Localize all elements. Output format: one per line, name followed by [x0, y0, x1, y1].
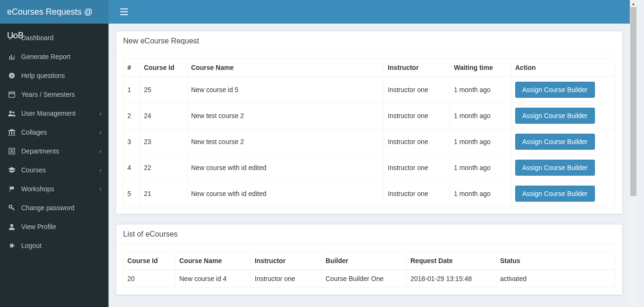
table-row: 521New course with id editedInstructor o…: [124, 181, 615, 207]
cell-waiting: 1 month ago: [450, 181, 511, 207]
cell-instructor: Instructor one: [384, 155, 450, 181]
col-request-date: Request Date: [407, 252, 496, 270]
institution-icon: [7, 129, 17, 136]
cell-id: 23: [140, 129, 187, 155]
cell-action: Assign Course Builder: [511, 155, 615, 181]
cell-name: New course id 5: [187, 77, 384, 103]
cell-waiting: 1 month ago: [450, 129, 511, 155]
cell-builder: Course Builder One: [322, 270, 407, 288]
cell-id: 22: [140, 155, 187, 181]
svg-point-4: [13, 111, 15, 113]
cell-n: 3: [124, 129, 140, 155]
sidebar-item-label: Logout: [21, 242, 42, 249]
cell-name: New course id 4: [176, 270, 251, 288]
list-icon: [7, 148, 17, 154]
svg-point-3: [9, 111, 12, 113]
col-instructor: Instructor: [384, 59, 450, 77]
chevron-left-icon: ‹: [100, 167, 101, 173]
hamburger-icon: [120, 9, 128, 15]
table-row: 422New course with id editedInstructor o…: [124, 155, 615, 181]
svg-point-7: [10, 224, 13, 227]
cell-waiting: 1 month ago: [450, 77, 511, 103]
sidebar-item-label: View Profile: [21, 223, 56, 230]
cell-instructor: Instructor one: [384, 129, 450, 155]
table-row: 224New test course 2Instructor one1 mont…: [124, 103, 615, 129]
cell-n: 2: [124, 103, 140, 129]
scrollbar-thumb[interactable]: [630, 7, 636, 196]
cell-id: 20: [124, 270, 176, 288]
calendar-icon: [7, 91, 17, 98]
table-row: 323New test course 2Instructor one1 mont…: [124, 129, 615, 155]
cell-instructor: Instructor one: [384, 103, 450, 129]
cell-action: Assign Course Builder: [511, 129, 615, 155]
assign-course-builder-button[interactable]: Assign Course Builder: [515, 108, 595, 124]
chevron-left-icon: ‹: [100, 186, 101, 192]
cell-n: 4: [124, 155, 140, 181]
cell-action: Assign Course Builder: [511, 181, 615, 207]
col-instructor: Instructor: [251, 252, 322, 270]
sidebar-item-label: Courses: [21, 166, 46, 174]
sidebar-menu: DashboardGenerate Report?Help questionsY…: [0, 24, 109, 255]
vertical-scrollbar[interactable]: ▲ ▼: [630, 0, 637, 307]
sidebar-item-courses[interactable]: Courses‹: [0, 161, 109, 179]
new-request-panel: New eCourse Request # Course Id Course N…: [116, 31, 623, 214]
col-builder: Builder: [322, 252, 407, 270]
svg-point-6: [9, 205, 12, 208]
cell-name: New course with id edited: [187, 155, 384, 181]
user-icon: [7, 223, 17, 230]
sidebar-item-help-questions[interactable]: ?Help questions: [0, 66, 109, 85]
arrow-left-icon: [7, 242, 17, 249]
sidebar-item-label: Generate Report: [21, 53, 70, 60]
sidebar-item-collages[interactable]: Collages‹: [0, 123, 109, 142]
cell-id: 24: [140, 103, 187, 129]
wrench-icon: [7, 34, 17, 41]
scroll-up-arrow[interactable]: ▲: [630, 0, 637, 7]
cell-instructor: Instructor one: [384, 77, 450, 103]
assign-course-builder-button[interactable]: Assign Course Builder: [515, 186, 595, 202]
sidebar-item-logout[interactable]: Logout: [0, 236, 109, 255]
sidebar-item-user-management[interactable]: User Management‹: [0, 104, 109, 123]
main-area: New eCourse Request # Course Id Course N…: [109, 0, 630, 307]
cell-action: Assign Course Builder: [511, 77, 615, 103]
sidebar-item-change-password[interactable]: Change password: [0, 198, 109, 217]
sidebar-item-label: User Management: [21, 110, 75, 117]
sidebar-item-label: Workshops: [21, 185, 54, 193]
list-panel: List of eCourses Course Id Course Name I…: [116, 224, 623, 295]
assign-course-builder-button[interactable]: Assign Course Builder: [515, 160, 595, 176]
assign-course-builder-button[interactable]: Assign Course Builder: [515, 134, 595, 150]
sidebar-item-label: Change password: [21, 204, 75, 212]
sidebar-toggle-button[interactable]: [116, 6, 133, 17]
users-icon: [7, 110, 17, 117]
svg-rect-2: [9, 92, 15, 97]
svg-text:?: ?: [10, 73, 13, 78]
requests-table: # Course Id Course Name Instructor Waiti…: [123, 59, 615, 207]
sidebar-item-label: Help questions: [21, 72, 65, 79]
col-waiting: Waiting time: [450, 59, 511, 77]
col-course-name: Course Name: [176, 252, 251, 270]
col-status: Status: [496, 252, 615, 270]
scroll-down-arrow[interactable]: ▼: [630, 305, 637, 307]
col-course-name: Course Name: [187, 59, 384, 77]
chevron-left-icon: ‹: [100, 129, 101, 135]
col-course-id: Course Id: [124, 252, 176, 270]
sidebar-item-generate-report[interactable]: Generate Report: [0, 47, 109, 66]
col-course-id: Course Id: [140, 59, 187, 77]
sidebar-item-label: Years / Semesters: [21, 91, 75, 98]
top-navbar: [109, 0, 630, 24]
content: New eCourse Request # Course Id Course N…: [109, 24, 630, 307]
cell-instructor: Instructor one: [384, 181, 450, 207]
sidebar-item-dashboard[interactable]: Dashboard: [0, 28, 109, 47]
cell-waiting: 1 month ago: [450, 155, 511, 181]
sidebar-item-workshops[interactable]: Workshops‹: [0, 179, 109, 198]
new-request-body: # Course Id Course Name Instructor Waiti…: [116, 51, 622, 214]
chevron-left-icon: ‹: [100, 111, 101, 116]
col-index: #: [124, 59, 140, 77]
sidebar-item-departments[interactable]: Departments‹: [0, 142, 109, 161]
cell-id: 21: [140, 181, 187, 207]
cell-id: 25: [140, 77, 187, 103]
new-request-title: New eCourse Request: [116, 31, 622, 51]
graduation-icon: [7, 167, 17, 173]
sidebar-item-view-profile[interactable]: View Profile: [0, 217, 109, 236]
assign-course-builder-button[interactable]: Assign Course Builder: [515, 82, 595, 98]
sidebar-item-years-semesters[interactable]: Years / Semesters: [0, 85, 109, 104]
